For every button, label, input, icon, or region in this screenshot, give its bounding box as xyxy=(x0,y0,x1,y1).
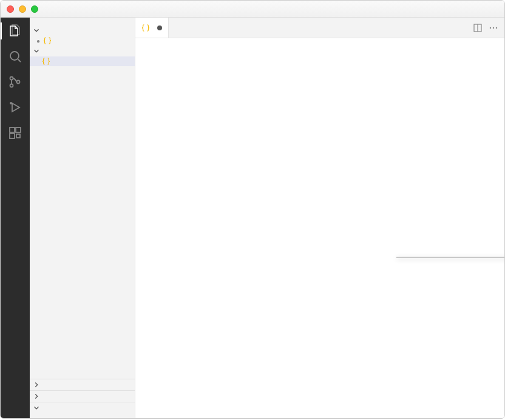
traffic-lights xyxy=(1,5,38,13)
code-editor[interactable] xyxy=(135,38,504,418)
run-debug-icon[interactable] xyxy=(7,99,24,116)
maximize-window-button[interactable] xyxy=(31,5,38,13)
code-content[interactable] xyxy=(162,38,504,418)
open-editors-section[interactable] xyxy=(30,25,135,36)
outline-collapsed-section[interactable] xyxy=(30,379,135,390)
svg-point-12 xyxy=(493,27,494,28)
editor-area xyxy=(135,18,504,418)
source-control-icon[interactable] xyxy=(7,73,24,90)
svg-point-0 xyxy=(10,52,19,60)
svg-rect-7 xyxy=(10,134,15,138)
svg-rect-5 xyxy=(10,127,15,132)
file-item[interactable] xyxy=(30,56,135,66)
minimize-window-button[interactable] xyxy=(19,5,26,13)
chevron-down-icon xyxy=(32,26,41,35)
svg-point-13 xyxy=(496,27,497,28)
json-file-icon xyxy=(141,24,150,32)
json-file-icon xyxy=(43,36,52,45)
close-window-button[interactable] xyxy=(7,5,14,13)
editor-actions xyxy=(473,18,504,38)
modified-dot-icon: ● xyxy=(36,38,41,44)
sidebar-title xyxy=(30,18,135,25)
split-editor-icon[interactable] xyxy=(473,23,483,33)
svg-point-2 xyxy=(10,84,13,87)
modified-dot-icon xyxy=(157,25,162,30)
chevron-right-icon xyxy=(32,381,41,389)
svg-point-4 xyxy=(10,103,12,104)
open-editor-item[interactable]: ● xyxy=(30,36,135,46)
svg-point-1 xyxy=(10,77,13,80)
svg-rect-6 xyxy=(16,127,21,132)
suggest-widget[interactable] xyxy=(396,257,504,258)
sidebar: ● xyxy=(30,18,135,418)
arm-outline-section[interactable] xyxy=(30,402,135,413)
extensions-icon[interactable] xyxy=(7,124,24,141)
window: ● xyxy=(0,0,505,419)
line-gutter xyxy=(135,38,162,418)
titlebar xyxy=(1,1,504,18)
svg-rect-8 xyxy=(16,134,20,138)
json-file-icon xyxy=(42,57,50,66)
more-actions-icon[interactable] xyxy=(489,23,498,33)
tab-azuredeploy[interactable] xyxy=(135,18,169,38)
timeline-collapsed-section[interactable] xyxy=(30,391,135,402)
tab-bar xyxy=(135,18,504,38)
search-icon[interactable] xyxy=(7,48,24,65)
explorer-icon[interactable] xyxy=(7,22,24,39)
svg-point-3 xyxy=(17,81,20,84)
chevron-down-icon xyxy=(32,47,41,55)
chevron-down-icon xyxy=(32,404,41,412)
activity-bar xyxy=(1,18,30,418)
svg-point-11 xyxy=(490,27,491,28)
folder-section[interactable] xyxy=(30,46,135,56)
chevron-right-icon xyxy=(32,392,41,401)
